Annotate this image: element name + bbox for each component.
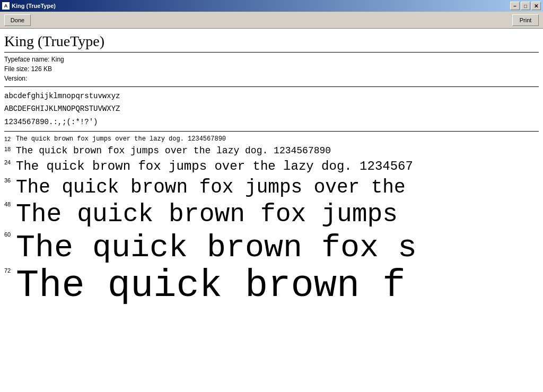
content-inner: King (TrueType) Typeface name: King File… — [0, 29, 543, 312]
size-label-72: 72 — [4, 266, 16, 274]
title-bar-left: A King (TrueType) — [2, 2, 56, 10]
filesize-value: 126 KB — [31, 65, 52, 73]
sample-row-24: 24 The quick brown fox jumps over the la… — [4, 158, 539, 175]
restore-button[interactable]: □ — [521, 2, 530, 10]
lowercase-chars: abcdefghijklmnopqrstuvwxyz — [4, 90, 539, 102]
sample-row-48: 48 The quick brown fox jumps — [4, 200, 539, 229]
numbers-symbols: 1234567890.:,;(:*!?') — [4, 116, 539, 128]
app-icon: A — [2, 2, 10, 10]
sample-text-48: The quick brown fox jumps — [16, 200, 398, 229]
character-samples: abcdefghijklmnopqrstuvwxyz ABCDEFGHIJKLM… — [4, 90, 539, 128]
typeface-value: King — [51, 56, 64, 63]
sample-text-24: The quick brown fox jumps over the lazy … — [16, 158, 413, 175]
version-label: Version: — [4, 75, 27, 82]
font-title: King (TrueType) — [4, 33, 539, 50]
typeface-row: Typeface name: King — [4, 55, 539, 64]
content-area[interactable]: King (TrueType) Typeface name: King File… — [0, 29, 543, 392]
sample-row-72: 72 The quick brown f — [4, 266, 539, 307]
size-label-60: 60 — [4, 230, 16, 238]
divider-2 — [4, 86, 539, 87]
divider-1 — [4, 52, 539, 53]
sample-text-72: The quick brown f — [16, 266, 406, 307]
divider-3 — [4, 131, 539, 132]
size-samples: 12 The quick brown fox jumps over the la… — [4, 135, 539, 306]
font-info: Typeface name: King File size: 126 KB Ve… — [4, 55, 539, 83]
size-label-24: 24 — [4, 158, 16, 165]
filesize-label: File size: — [4, 65, 29, 73]
close-button[interactable]: ✕ — [531, 2, 541, 10]
sample-row-36: 36 The quick brown fox jumps over the — [4, 176, 539, 199]
filesize-row: File size: 126 KB — [4, 64, 539, 74]
sample-text-36: The quick brown fox jumps over the — [16, 176, 406, 199]
title-bar-buttons: – □ ✕ — [510, 2, 541, 10]
sample-row-12: 12 The quick brown fox jumps over the la… — [4, 135, 539, 144]
sample-text-60: The quick brown fox s — [16, 230, 417, 265]
toolbar: Done Print — [0, 12, 543, 29]
sample-text-12: The quick brown fox jumps over the lazy … — [16, 135, 226, 144]
uppercase-chars: ABCDEFGHIJKLMNOPQRSTUVWXYZ — [4, 103, 539, 115]
sample-text-18: The quick brown fox jumps over the lazy … — [16, 145, 331, 157]
size-label-18: 18 — [4, 145, 16, 152]
sample-row-60: 60 The quick brown fox s — [4, 230, 539, 265]
typeface-label: Typeface name: — [4, 56, 49, 63]
done-button[interactable]: Done — [4, 14, 31, 26]
version-row: Version: — [4, 74, 539, 83]
sample-row-18: 18 The quick brown fox jumps over the la… — [4, 145, 539, 157]
size-label-48: 48 — [4, 200, 16, 207]
print-button[interactable]: Print — [512, 14, 539, 26]
size-label-36: 36 — [4, 176, 16, 184]
title-bar: A King (TrueType) – □ ✕ — [0, 0, 543, 12]
size-label-12: 12 — [4, 135, 16, 142]
title-bar-title: King (TrueType) — [12, 3, 56, 9]
minimize-button[interactable]: – — [510, 2, 520, 10]
